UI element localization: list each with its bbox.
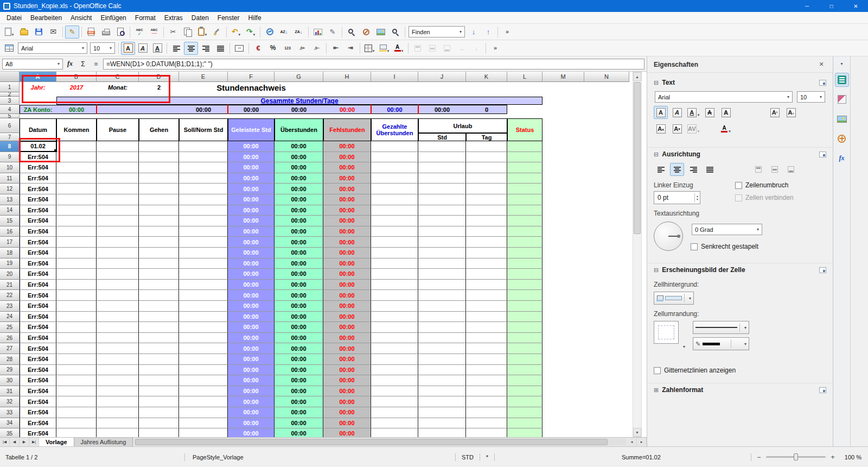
cell-H14[interactable]: 00:00 (323, 205, 371, 216)
sidebar-font-size-select[interactable]: 10 ▾ (797, 91, 825, 103)
column-header-N[interactable]: N (584, 72, 629, 82)
gallery-button[interactable] (374, 26, 388, 39)
cell-C25[interactable] (97, 322, 139, 333)
cell-F11[interactable]: 00:00 (228, 173, 275, 184)
summary-F4[interactable]: 00:00 (228, 105, 275, 114)
cell-B14[interactable] (56, 205, 97, 216)
cell-C20[interactable] (97, 269, 139, 280)
cell-I12[interactable] (371, 184, 418, 194)
cell-I24[interactable] (371, 312, 418, 323)
cell-G12[interactable]: 00:00 (275, 184, 323, 194)
cell-A23[interactable]: Err:504 (20, 301, 56, 312)
export-pdf-button[interactable] (84, 26, 98, 39)
section-number-format-header[interactable]: ⊞ Zahlenformat (647, 383, 833, 395)
cell-G11[interactable]: 00:00 (275, 173, 323, 184)
cell-H10[interactable]: 00:00 (323, 162, 371, 173)
cell-B33[interactable] (56, 407, 97, 418)
sidebar-align-top-button[interactable] (751, 163, 765, 176)
cell-I34[interactable] (371, 418, 418, 429)
cell-K31[interactable] (466, 386, 507, 397)
header-kommen[interactable]: Kommen (56, 118, 97, 141)
cell-G29[interactable]: 00:00 (275, 365, 323, 376)
sidebar-menu-icon[interactable]: ▾ (837, 60, 847, 67)
vertically-stacked-checkbox[interactable]: Senkrecht gestapelt (691, 243, 763, 250)
menu-item-fenster[interactable]: Fenster (213, 12, 244, 23)
cell-A27[interactable]: Err:504 (20, 343, 56, 354)
cell-D14[interactable] (139, 205, 179, 216)
cell-G10[interactable]: 00:00 (275, 162, 323, 173)
cell-A29[interactable]: Err:504 (20, 365, 56, 376)
row-header-3[interactable]: 3 (0, 97, 20, 105)
header-urlaub[interactable]: Urlaub (418, 118, 507, 133)
cell-K28[interactable] (466, 354, 507, 365)
summary-I4[interactable]: 00:00 (371, 105, 418, 114)
cell-D18[interactable] (139, 248, 179, 258)
cell-E33[interactable] (179, 407, 228, 418)
cell-B22[interactable] (56, 290, 97, 301)
cell-H24[interactable]: 00:00 (323, 312, 371, 323)
cell-F10[interactable]: 00:00 (228, 162, 275, 173)
cell-E19[interactable] (179, 258, 228, 269)
header-gezahlte-ueberstunden[interactable]: Gezahlte Überstunden (371, 118, 418, 141)
row-header-10[interactable]: 10 (0, 162, 20, 173)
cell-A25[interactable]: Err:504 (20, 322, 56, 333)
cell-H30[interactable]: 00:00 (323, 375, 371, 386)
toolbar-overflow-button[interactable]: » (488, 42, 502, 55)
cell-I23[interactable] (371, 301, 418, 312)
row-header-19[interactable]: 19 (0, 258, 20, 269)
cell-E32[interactable] (179, 396, 228, 407)
insert-chart-button[interactable] (311, 26, 325, 39)
cut-button[interactable]: ✂ (166, 26, 180, 39)
edit-mode-button[interactable]: ✎ (65, 26, 79, 39)
cell-E27[interactable] (179, 343, 228, 354)
cell-I28[interactable] (371, 354, 418, 365)
cell-G30[interactable]: 00:00 (275, 375, 323, 386)
cell-I8[interactable] (371, 141, 418, 152)
cell-E9[interactable] (179, 152, 228, 163)
scroll-up-icon[interactable]: ▲ (633, 72, 641, 81)
cell-J22[interactable] (418, 290, 466, 301)
cell-H27[interactable]: 00:00 (323, 343, 371, 354)
cell-J27[interactable] (418, 343, 466, 354)
cell-E18[interactable] (179, 248, 228, 258)
menu-item-datei[interactable]: Datei (2, 12, 26, 23)
cell-J12[interactable] (418, 184, 466, 194)
cell-L13[interactable] (507, 194, 542, 205)
cell-F22[interactable]: 00:00 (228, 290, 275, 301)
number-format-more-options-icon[interactable] (819, 387, 826, 393)
cell-B21[interactable] (56, 280, 97, 291)
cell-C21[interactable] (97, 280, 139, 291)
cell-C19[interactable] (97, 258, 139, 269)
cell-B31[interactable] (56, 386, 97, 397)
formula-button[interactable]: = (90, 59, 102, 70)
section-appearance-header[interactable]: ⊟ Erscheinungsbild der Zelle (647, 263, 833, 275)
sheet-last-button[interactable]: ▶| (29, 438, 39, 446)
cell-D34[interactable] (139, 418, 179, 429)
paste-button[interactable]: ▾ (195, 26, 209, 39)
cell-G19[interactable]: 00:00 (275, 258, 323, 269)
background-color-button[interactable]: ▾ (377, 42, 391, 55)
cell-B35[interactable] (56, 428, 97, 437)
cell-H33[interactable]: 00:00 (323, 407, 371, 418)
cell-H15[interactable]: 00:00 (323, 216, 371, 226)
cell-C9[interactable] (97, 152, 139, 163)
hscroll-left-icon[interactable]: ◂ (627, 438, 637, 446)
cell-L28[interactable] (507, 354, 542, 365)
cell-F30[interactable]: 00:00 (228, 375, 275, 386)
cell-K24[interactable] (466, 312, 507, 323)
cell-J32[interactable] (418, 396, 466, 407)
cell-J14[interactable] (418, 205, 466, 216)
cell-J29[interactable] (418, 365, 466, 376)
menu-item-einfgen[interactable]: Einfügen (96, 12, 130, 23)
sidebar-align-right-button[interactable] (686, 163, 700, 176)
cell-B16[interactable] (56, 226, 97, 237)
cell-J25[interactable] (418, 322, 466, 333)
cell-K12[interactable] (466, 184, 507, 194)
cell-B24[interactable] (56, 312, 97, 323)
cell-H29[interactable]: 00:00 (323, 365, 371, 376)
summary-J4[interactable]: 00:00 (418, 105, 466, 114)
row-header-15[interactable]: 15 (0, 216, 20, 226)
chevron-down-icon[interactable]: ▾ (755, 227, 759, 232)
cell-I11[interactable] (371, 173, 418, 184)
cell-C13[interactable] (97, 194, 139, 205)
